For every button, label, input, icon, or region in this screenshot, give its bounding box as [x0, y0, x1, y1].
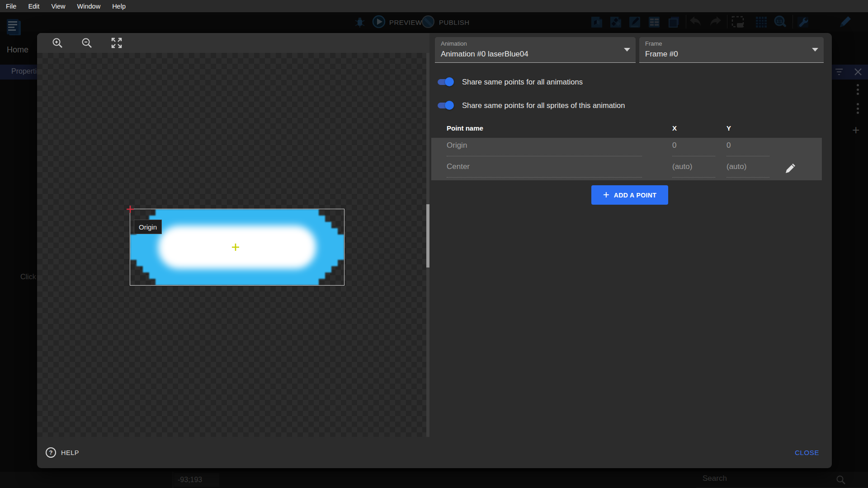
- preview-scrollbar-thumb[interactable]: [426, 204, 429, 267]
- menu-help[interactable]: Help: [106, 3, 132, 10]
- column-y: Y: [726, 124, 731, 132]
- edit-pencil-icon[interactable]: [784, 163, 796, 175]
- point-x-field[interactable]: (auto): [672, 162, 715, 178]
- frame-select[interactable]: Frame Frame #0: [639, 37, 824, 63]
- share-points-all-animations-row: Share same points for all animations: [437, 76, 583, 88]
- plus-icon: +: [603, 188, 609, 201]
- share-points-all-sprites-row: Share same points for all sprites of thi…: [437, 99, 625, 111]
- add-a-point-label: ADD A POINT: [614, 192, 656, 199]
- center-point-marker[interactable]: [231, 243, 240, 251]
- column-x: X: [672, 124, 677, 132]
- animation-select[interactable]: Animation Animation #0 laserBlue04: [435, 37, 636, 63]
- dialog-footer: ? HELP CLOSE: [37, 437, 832, 468]
- toggle-label: Share same points for all sprites of thi…: [462, 101, 625, 110]
- menu-window[interactable]: Window: [71, 3, 107, 10]
- points-table-header: Point name X Y: [431, 119, 822, 138]
- sprite-selection-box[interactable]: Origin: [130, 209, 344, 286]
- zoom-in-icon[interactable]: [51, 37, 64, 49]
- share-points-all-sprites-toggle[interactable]: [437, 101, 454, 110]
- add-a-point-button[interactable]: + ADD A POINT: [591, 185, 668, 205]
- frame-select-label: Frame: [645, 40, 662, 47]
- menu-view[interactable]: View: [45, 3, 71, 10]
- animation-select-value: Animation #0 laserBlue04: [441, 50, 528, 59]
- zoom-out-icon[interactable]: [80, 37, 93, 49]
- menu-edit[interactable]: Edit: [22, 3, 45, 10]
- column-point-name: Point name: [447, 124, 483, 132]
- preview-zoom-toolbar: [37, 33, 429, 53]
- point-x-field[interactable]: 0: [672, 141, 715, 156]
- point-name-field[interactable]: Center: [447, 162, 642, 178]
- toggle-label: Share same points for all animations: [462, 78, 583, 86]
- share-points-all-animations-toggle[interactable]: [437, 77, 454, 86]
- point-name-field[interactable]: Origin: [447, 141, 642, 156]
- chevron-down-icon: [812, 48, 818, 52]
- menu-bar: File Edit View Window Help: [0, 0, 868, 12]
- app-window: File Edit View Window Help PREVIEW PUBLI…: [0, 0, 868, 488]
- point-y-field[interactable]: 0: [726, 141, 769, 156]
- table-row-origin[interactable]: Origin 0 0: [431, 138, 822, 159]
- svg-text:?: ?: [49, 449, 53, 456]
- fit-to-screen-icon[interactable]: [110, 37, 123, 49]
- chevron-down-icon: [624, 48, 630, 52]
- sprite-preview-pane: Origin: [37, 33, 429, 437]
- help-icon: ?: [45, 447, 57, 458]
- table-row-center[interactable]: Center (auto) (auto): [431, 159, 822, 180]
- frame-select-value: Frame #0: [645, 50, 678, 59]
- edit-points-dialog: Origin Animation Animation #0 laserBlue0…: [37, 33, 832, 468]
- help-button[interactable]: ? HELP: [45, 447, 79, 458]
- close-button[interactable]: CLOSE: [795, 449, 819, 456]
- origin-point-marker[interactable]: [126, 205, 134, 213]
- menu-file[interactable]: File: [0, 3, 22, 10]
- help-label: HELP: [61, 449, 79, 456]
- origin-tooltip: Origin: [134, 220, 162, 234]
- point-y-field[interactable]: (auto): [726, 162, 769, 178]
- animation-select-label: Animation: [441, 40, 467, 47]
